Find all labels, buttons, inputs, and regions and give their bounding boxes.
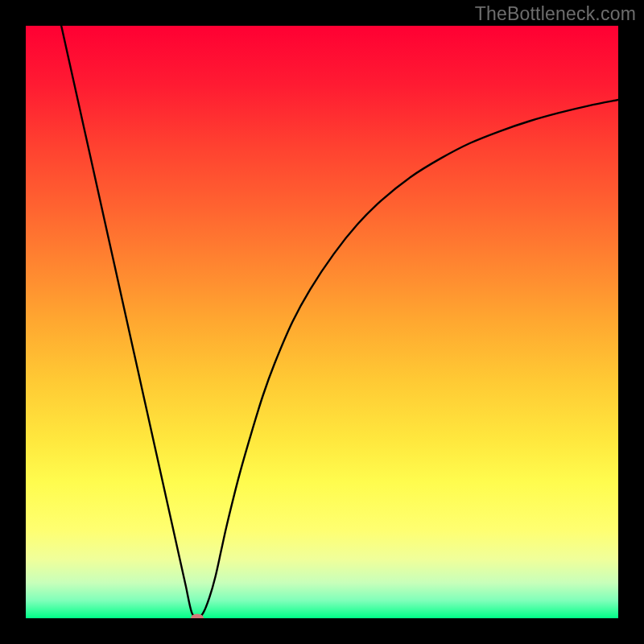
minimum-marker: [191, 614, 204, 619]
plot-area: [26, 26, 618, 618]
watermark-text: TheBottleneck.com: [475, 3, 636, 25]
chart-frame: TheBottleneck.com: [0, 0, 644, 644]
bottleneck-curve: [26, 26, 618, 618]
